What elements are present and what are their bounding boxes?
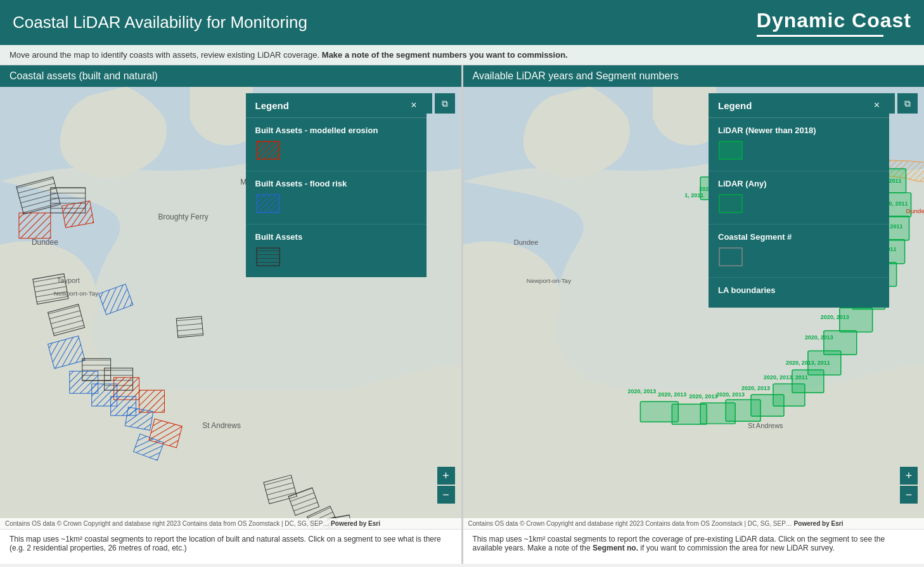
svg-text:St Andrews: St Andrews: [202, 421, 241, 430]
legend-item-erosion: Built Assets - modelled erosion: [246, 118, 427, 171]
left-zoom-controls: + −: [437, 467, 455, 504]
left-attribution: Contains OS data © Crown Copyright and d…: [0, 518, 461, 529]
svg-rect-38: [257, 248, 279, 266]
left-panel-title: Coastal assets (built and natural): [0, 65, 461, 87]
svg-text:2020, 2013: 2020, 2013: [820, 314, 849, 320]
right-legend-title: Legend: [718, 100, 752, 111]
instruction-bold: Make a note of the segment numbers you w…: [322, 50, 568, 60]
svg-text:2020, 2013: 2020, 2013: [658, 391, 686, 398]
right-desc-end: if you want to commission the area for n…: [638, 544, 835, 552]
right-legend-panel: Legend × LiDAR (Newer than 2018): [709, 93, 889, 308]
main-content: Coastal assets (built and natural): [0, 65, 924, 564]
svg-text:Dundee City: Dundee City: [906, 207, 924, 214]
svg-text:1, 2011: 1, 2011: [684, 192, 703, 199]
legend-erosion-label: Built Assets - modelled erosion: [255, 126, 417, 135]
legend-item-built: Built Assets: [246, 225, 427, 277]
legend-la-boundaries-label: LA boundaries: [718, 285, 880, 295]
legend-built-icon: [255, 247, 281, 267]
right-zoom-controls: + −: [900, 467, 918, 504]
legend-lidar-new-label: LiDAR (Newer than 2018): [718, 126, 880, 135]
svg-text:2020, 2013, 2011: 2020, 2013, 2011: [764, 374, 808, 381]
legend-item-la-boundaries: LA boundaries: [709, 278, 889, 308]
legend-coastal-seg-label: Coastal Segment #: [718, 232, 880, 242]
brand-name: Dynamic Coast: [757, 9, 911, 32]
left-map-area[interactable]: Monifieth Broughty Ferry Dundee Tayport …: [0, 87, 461, 529]
app-header: Coastal LiDAR Availability for Monitorin…: [0, 0, 924, 45]
legend-flood-icon: [255, 193, 281, 214]
app-title: Coastal LiDAR Availability for Monitorin…: [13, 13, 307, 32]
brand-logo: Dynamic Coast: [757, 9, 911, 37]
right-desc-bold: Segment no.: [593, 544, 638, 552]
svg-text:2020, 2013: 2020, 2013: [741, 385, 770, 391]
svg-rect-21: [105, 368, 133, 390]
layers-icon: ⧉: [904, 98, 911, 109]
legend-item-flood: Built Assets - flood risk: [246, 171, 427, 225]
right-map-description: This map uses ~1km² coastal segments to …: [463, 529, 925, 564]
left-legend-header: Legend ×: [246, 93, 427, 118]
svg-text:Newport-on-Tay: Newport-on-Tay: [526, 277, 570, 284]
svg-rect-14: [125, 407, 153, 430]
right-layers-button[interactable]: ⧉: [897, 93, 918, 114]
svg-rect-4: [19, 213, 51, 238]
left-map-panel: Coastal assets (built and natural): [0, 65, 463, 564]
left-map-background: Monifieth Broughty Ferry Dundee Tayport …: [0, 87, 461, 529]
svg-text:St Andrews: St Andrews: [748, 422, 783, 429]
brand-underline-decoration: [757, 35, 883, 37]
legend-erosion-icon: [255, 140, 281, 160]
svg-text:2020, 2013: 2020, 2013: [627, 388, 656, 394]
right-attribution: Contains OS data © Crown Copyright and d…: [463, 518, 925, 529]
svg-rect-92: [719, 141, 742, 159]
right-panel-title: Available LiDAR years and Segment number…: [463, 65, 925, 87]
left-zoom-out[interactable]: −: [437, 486, 455, 504]
svg-rect-3: [0, 390, 461, 529]
left-legend-title: Legend: [255, 100, 289, 111]
svg-text:Newport-on-Tay: Newport-on-Tay: [54, 290, 98, 297]
right-zoom-in[interactable]: +: [900, 467, 918, 485]
svg-text:2020, 2013: 2020, 2013: [689, 393, 717, 400]
svg-rect-34: [257, 141, 279, 159]
legend-built-label: Built Assets: [255, 232, 417, 242]
svg-text:2020, 2013: 2020, 2013: [804, 334, 833, 341]
right-zoom-out[interactable]: −: [900, 486, 918, 504]
instruction-text: Move around the map to identify coasts w…: [10, 50, 322, 60]
left-desc-text: This map uses ~1km² coastal segments to …: [10, 535, 441, 552]
left-legend-close[interactable]: ×: [411, 100, 416, 111]
right-legend-close[interactable]: ×: [874, 100, 880, 111]
right-legend-header: Legend ×: [709, 93, 889, 118]
right-map-background: 2020, 2011 2020, 2011 2020, 2013, 2011 2…: [463, 87, 925, 529]
layers-icon: ⧉: [442, 98, 448, 109]
legend-lidar-new-icon: [718, 140, 743, 160]
legend-item-lidar-any: LiDAR (Any): [709, 171, 889, 225]
right-powered-text: Powered by Esri: [794, 520, 844, 527]
svg-text:2020, 2013, 2011: 2020, 2013, 2011: [785, 360, 830, 366]
svg-rect-36: [257, 195, 279, 212]
legend-item-lidar-new: LiDAR (Newer than 2018): [709, 118, 889, 171]
left-zoom-in[interactable]: +: [437, 467, 455, 485]
left-layers-button[interactable]: ⧉: [435, 93, 455, 114]
svg-text:Tayport: Tayport: [57, 277, 80, 284]
right-map-area[interactable]: 2020, 2011 2020, 2011 2020, 2013, 2011 2…: [463, 87, 925, 529]
svg-text:Dundee: Dundee: [513, 238, 537, 246]
legend-lidar-any-icon: [718, 193, 743, 214]
left-legend-panel: Legend × Built Assets - modelled erosion: [246, 93, 427, 277]
svg-text:Dundee: Dundee: [32, 238, 58, 247]
legend-lidar-any-label: LiDAR (Any): [718, 179, 880, 188]
right-map-panel: Available LiDAR years and Segment number…: [463, 65, 925, 564]
right-attribution-text: Contains OS data © Crown Copyright and d…: [468, 520, 792, 527]
legend-item-coastal-seg: Coastal Segment #: [709, 225, 889, 278]
svg-rect-22: [176, 316, 203, 337]
svg-rect-17: [51, 188, 86, 213]
svg-rect-93: [719, 195, 742, 212]
svg-text:2020, 2013: 2020, 2013: [716, 391, 745, 398]
svg-rect-63: [640, 401, 678, 422]
svg-rect-9: [99, 284, 133, 315]
legend-flood-label: Built Assets - flood risk: [255, 179, 417, 188]
left-attribution-text: Contains OS data © Crown Copyright and d…: [5, 520, 329, 527]
svg-rect-94: [719, 248, 742, 266]
left-powered-text: Powered by Esri: [331, 520, 380, 527]
instruction-bar: Move around the map to identify coasts w…: [0, 45, 924, 65]
legend-coastal-seg-icon: [718, 247, 743, 267]
svg-text:Broughty Ferry: Broughty Ferry: [158, 212, 208, 221]
left-map-description: This map uses ~1km² coastal segments to …: [0, 529, 461, 564]
svg-rect-7: [139, 390, 165, 412]
